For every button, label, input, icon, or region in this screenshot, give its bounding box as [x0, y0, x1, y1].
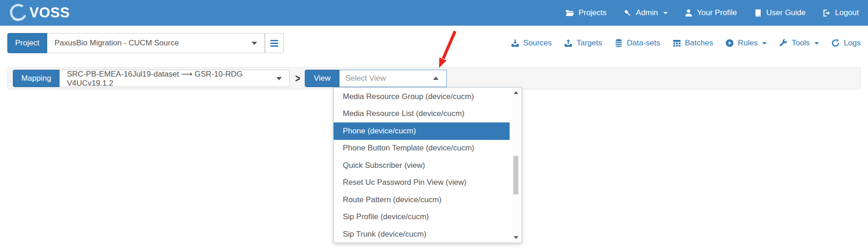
chevron-up-icon[interactable] [433, 77, 439, 80]
nav-tools[interactable]: Tools [779, 39, 819, 48]
view-select-combobox[interactable] [339, 70, 447, 87]
nav-label: User Guide [766, 8, 806, 17]
nav-data-sets[interactable]: Data-sets [614, 39, 660, 48]
history-icon [831, 39, 840, 48]
top-nav-links: Projects Admin Your Profile User Guide [566, 8, 859, 17]
nav-rules[interactable]: Rules [725, 39, 767, 48]
mapping-button[interactable]: Mapping [13, 70, 60, 87]
table-icon [672, 39, 681, 48]
play-circle-icon [725, 39, 734, 48]
nav-label: Data-sets [627, 39, 660, 48]
nav-label: Tools [791, 39, 810, 48]
breadcrumb-chevron: > [295, 72, 300, 85]
scrollbar-up-button[interactable] [512, 89, 520, 96]
project-button[interactable]: Project [7, 33, 47, 53]
tools-nav: Sources Targets Data-sets Batches [511, 39, 861, 48]
nav-label: Batches [685, 39, 713, 48]
nav-batches[interactable]: Batches [672, 39, 713, 48]
project-selector-group: Project PaxusBio Migration - CUCM Source [7, 33, 284, 53]
caret-down-icon [762, 42, 767, 44]
project-toolbar: Project PaxusBio Migration - CUCM Source… [0, 26, 868, 53]
nav-label: Rules [738, 39, 758, 48]
nav-logs[interactable]: Logs [831, 39, 861, 48]
brand-name: VOSS [29, 5, 70, 21]
scrollbar-thumb[interactable] [513, 156, 518, 194]
chevron-down-icon [252, 42, 257, 45]
nav-label: Logs [844, 39, 861, 48]
nav-logout[interactable]: Logout [822, 8, 859, 17]
view-option[interactable]: Phone (device/cucm) [334, 122, 510, 140]
nav-projects[interactable]: Projects [566, 8, 606, 17]
nav-sources[interactable]: Sources [511, 39, 552, 48]
folder-open-icon [566, 9, 574, 17]
nav-label: Logout [835, 8, 859, 17]
triangle-up-icon [514, 91, 518, 94]
view-dropdown: Media Resource Group (device/cucm) Media… [333, 87, 522, 243]
hamburger-icon [270, 40, 278, 41]
project-select[interactable]: PaxusBio Migration - CUCM Source [47, 33, 265, 53]
nav-label: Projects [578, 8, 606, 17]
nav-label: Sources [523, 39, 552, 48]
mapping-bar: Mapping SRC-PB-EMEA-16Jul19-dataset ⟶ GS… [7, 67, 861, 89]
nav-admin[interactable]: Admin [623, 8, 668, 17]
view-button[interactable]: View [305, 70, 339, 87]
view-option[interactable]: Route Pattern (device/cucm) [334, 191, 510, 209]
scrollbar-down-button[interactable] [512, 234, 520, 241]
dropdown-scrollbar[interactable] [512, 88, 520, 242]
mapping-select-value: SRC-PB-EMEA-16Jul19-dataset ⟶ GSR-10-RDG… [67, 69, 274, 88]
view-option[interactable]: Sip Trunk (device/cucm) [334, 226, 510, 243]
nav-label: Admin [636, 8, 658, 17]
user-icon [684, 9, 693, 17]
project-menu-button[interactable] [265, 33, 284, 53]
import-icon [511, 39, 520, 48]
view-option[interactable]: Media Resource Group (device/cucm) [334, 88, 510, 105]
view-dropdown-options: Media Resource Group (device/cucm) Media… [334, 88, 510, 242]
nav-your-profile[interactable]: Your Profile [684, 8, 737, 17]
caret-down-icon [663, 12, 668, 14]
voss-crescent-icon [6, 3, 27, 23]
database-icon [614, 39, 623, 48]
view-option[interactable]: Media Resource List (device/cucm) [334, 105, 510, 123]
export-icon [564, 39, 573, 48]
book-icon [753, 9, 762, 17]
top-navbar: VOSS Projects Admin Your Profile [0, 0, 868, 26]
nav-label: Targets [577, 39, 602, 48]
logout-icon [822, 9, 831, 17]
view-option[interactable]: Reset Uc Password Pin View (view) [334, 174, 510, 192]
view-option[interactable]: Sip Profile (device/cucm) [334, 209, 510, 226]
chevron-down-icon [276, 77, 282, 80]
nav-targets[interactable]: Targets [564, 39, 602, 48]
view-option[interactable]: Quick Subscriber (view) [334, 157, 510, 174]
view-select-input[interactable] [344, 73, 427, 83]
gavel-icon [623, 9, 632, 17]
nav-user-guide[interactable]: User Guide [753, 8, 806, 17]
project-select-value: PaxusBio Migration - CUCM Source [55, 39, 179, 48]
view-option[interactable]: Phone Button Template (device/cucm) [334, 140, 510, 157]
mapping-select[interactable]: SRC-PB-EMEA-16Jul19-dataset ⟶ GSR-10-RDG… [60, 70, 290, 87]
caret-down-icon [814, 42, 819, 44]
voss-logo[interactable]: VOSS [6, 3, 70, 23]
wrench-icon [779, 39, 788, 48]
triangle-down-icon [514, 236, 518, 239]
nav-label: Your Profile [697, 8, 737, 17]
